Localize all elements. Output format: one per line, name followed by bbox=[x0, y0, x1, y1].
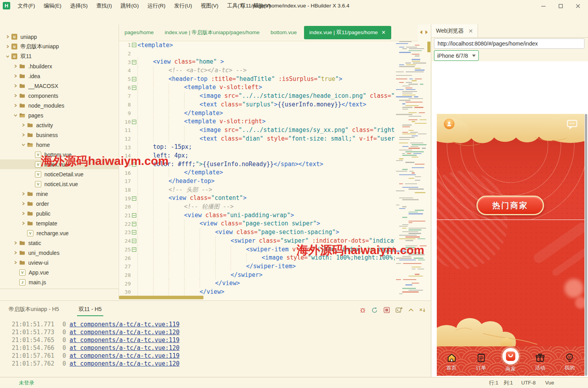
fold-marker[interactable] bbox=[131, 86, 137, 90]
tree-expand-icon[interactable] bbox=[13, 241, 18, 245]
tree-item-uview-ui[interactable]: uview-ui bbox=[0, 258, 119, 267]
tree-item-noticeList.vue[interactable]: VnoticeList.vue bbox=[0, 179, 119, 189]
fold-marker[interactable] bbox=[131, 230, 137, 234]
tree-item-双11[interactable]: u双11 bbox=[0, 51, 119, 61]
tree-item-uni_modules[interactable]: uni_modules bbox=[0, 248, 119, 258]
fold-marker[interactable] bbox=[131, 196, 137, 201]
browser-tab[interactable]: Web浏览器 ✕ bbox=[431, 24, 478, 37]
minimap[interactable] bbox=[395, 41, 428, 296]
tree-expand-icon[interactable] bbox=[5, 55, 10, 58]
tree-expand-icon[interactable] bbox=[13, 84, 18, 88]
tree-item-帝启版本uniapp[interactable]: u帝启版本uniapp bbox=[0, 42, 119, 51]
tree-item-index.vue[interactable]: Vindex.vue bbox=[0, 159, 119, 169]
console-debug-icon[interactable] bbox=[359, 307, 366, 313]
code-editor[interactable]: pages/homeindex.vue | 帝启版本uniapp/pages/h… bbox=[119, 24, 431, 300]
console-clear-icon[interactable] bbox=[419, 307, 425, 313]
tree-item-public[interactable]: public bbox=[0, 209, 119, 218]
tree-expand-icon[interactable] bbox=[20, 192, 26, 196]
tree-item-main.js[interactable]: Jmain.js bbox=[0, 277, 119, 287]
log-source-link[interactable]: at components/a-tc/a-tc.vue:119 bbox=[70, 337, 180, 344]
log-source-link[interactable]: at components/a-tc/a-tc.vue:119 bbox=[70, 352, 180, 359]
log-source-link[interactable]: at components/a-tc/a-tc.vue:120 bbox=[70, 329, 180, 336]
nav-item-首页[interactable]: 首页 bbox=[439, 346, 464, 376]
tree-expand-icon[interactable] bbox=[13, 64, 18, 68]
tree-item-components[interactable]: components bbox=[0, 91, 119, 101]
fold-marker[interactable] bbox=[131, 222, 137, 226]
console-stop-icon[interactable] bbox=[383, 307, 390, 313]
close-icon[interactable] bbox=[569, 0, 586, 12]
url-input[interactable]: http://localhost:8080/#/pages/home/index bbox=[434, 38, 584, 49]
tree-item-recharge.vue[interactable]: Vrecharge.vue bbox=[0, 228, 119, 238]
menu-item[interactable]: 视图(V) bbox=[196, 0, 223, 12]
tree-expand-icon[interactable] bbox=[5, 45, 10, 48]
tree-expand-icon[interactable] bbox=[20, 143, 26, 146]
console-tab-shuang11[interactable]: 双11 - H5 bbox=[77, 306, 103, 316]
tree-item-.idea[interactable]: .idea bbox=[0, 71, 119, 81]
tree-item-noticeDetail.vue[interactable]: VnoticeDetail.vue bbox=[0, 169, 119, 179]
tree-expand-icon[interactable] bbox=[13, 74, 18, 78]
tab-close-icon[interactable]: ✕ bbox=[381, 26, 386, 39]
tree-item-static[interactable]: static bbox=[0, 238, 119, 248]
tab-scroll-arrows[interactable] bbox=[419, 30, 429, 35]
tree-item-business[interactable]: business bbox=[0, 130, 119, 140]
fold-marker[interactable] bbox=[131, 239, 137, 243]
tree-expand-icon[interactable] bbox=[20, 133, 26, 137]
avatar[interactable] bbox=[444, 119, 454, 129]
menu-item[interactable]: 发行(U) bbox=[170, 0, 196, 12]
tree-expand-icon[interactable] bbox=[20, 212, 26, 215]
fold-marker[interactable] bbox=[131, 162, 137, 167]
hot-merchants-button[interactable]: 热门商家 bbox=[476, 196, 544, 215]
nav-item-商家[interactable]: 商家 bbox=[498, 346, 523, 376]
tree-item-pages[interactable]: pages bbox=[0, 110, 119, 120]
tree-item-__MACOSX[interactable]: __MACOSX bbox=[0, 81, 119, 91]
minimize-icon[interactable] bbox=[535, 0, 552, 12]
editor-tab[interactable]: index.vue | 帝启版本uniapp/pages/home bbox=[159, 24, 265, 41]
tree-item-home[interactable]: home bbox=[0, 140, 119, 150]
tree-item-App.vue[interactable]: VApp.vue bbox=[0, 267, 119, 277]
log-source-link[interactable]: at components/a-tc/a-tc.vue:120 bbox=[70, 344, 180, 351]
tree-item-.hbuilderx[interactable]: .hbuilderx bbox=[0, 61, 119, 71]
fold-marker[interactable] bbox=[131, 43, 137, 47]
tree-item-order[interactable]: order bbox=[0, 199, 119, 209]
nav-item-我的[interactable]: 我的 bbox=[557, 346, 582, 376]
code-area[interactable]: 1<template>23<view class="home" >4<!-- <… bbox=[119, 41, 395, 296]
tree-item-uniapp[interactable]: uuniapp bbox=[0, 32, 119, 42]
tree-expand-icon[interactable] bbox=[20, 202, 26, 205]
browser-tab-close-icon[interactable]: ✕ bbox=[469, 28, 473, 34]
fold-marker[interactable] bbox=[131, 60, 137, 64]
tree-expand-icon[interactable] bbox=[13, 113, 18, 117]
editor-tab[interactable]: index.vue | 双11/pages/home✕ bbox=[304, 26, 391, 39]
fold-marker[interactable] bbox=[131, 213, 137, 218]
tree-expand-icon[interactable] bbox=[13, 94, 18, 97]
message-icon[interactable] bbox=[567, 120, 577, 130]
menu-item[interactable]: 文件(F) bbox=[13, 0, 39, 12]
tree-expand-icon[interactable] bbox=[5, 35, 10, 38]
fold-marker[interactable] bbox=[131, 247, 137, 252]
editor-tab[interactable]: bottom.vue bbox=[265, 24, 302, 41]
tree-item-activity[interactable]: activity bbox=[0, 120, 119, 130]
console-collapse-icon[interactable] bbox=[408, 307, 414, 313]
tree-item-node_modules[interactable]: node_modules bbox=[0, 101, 119, 110]
menu-item[interactable]: 编辑(E) bbox=[39, 0, 66, 12]
fold-marker[interactable] bbox=[131, 120, 137, 124]
tree-item-template[interactable]: template bbox=[0, 218, 119, 228]
tree-expand-icon[interactable] bbox=[20, 221, 26, 225]
fold-marker[interactable] bbox=[131, 77, 137, 81]
menu-item[interactable]: 运行(R) bbox=[143, 0, 170, 12]
menu-item[interactable]: 查找(I) bbox=[92, 0, 116, 12]
horizontal-scrollbar-thumb[interactable] bbox=[119, 296, 203, 299]
nav-item-订单[interactable]: 订单 bbox=[469, 346, 494, 376]
console-restart-icon[interactable] bbox=[371, 307, 378, 313]
menu-item[interactable]: 跳转(G) bbox=[116, 0, 143, 12]
log-source-link[interactable]: at components/a-tc/a-tc.vue:120 bbox=[70, 360, 180, 367]
tree-expand-icon[interactable] bbox=[13, 261, 18, 264]
console-new-terminal-icon[interactable] bbox=[396, 307, 402, 313]
maximize-icon[interactable] bbox=[552, 0, 569, 12]
tree-expand-icon[interactable] bbox=[13, 104, 18, 107]
editor-tab[interactable]: pages/home bbox=[119, 24, 159, 41]
nav-item-活动[interactable]: 活动 bbox=[528, 346, 553, 376]
tree-expand-icon[interactable] bbox=[20, 123, 26, 127]
device-selector[interactable]: iPhone 6/7/8 bbox=[434, 50, 479, 61]
tree-item-mine[interactable]: mine bbox=[0, 189, 119, 199]
log-source-link[interactable]: at components/a-tc/a-tc.vue:119 bbox=[70, 321, 180, 328]
